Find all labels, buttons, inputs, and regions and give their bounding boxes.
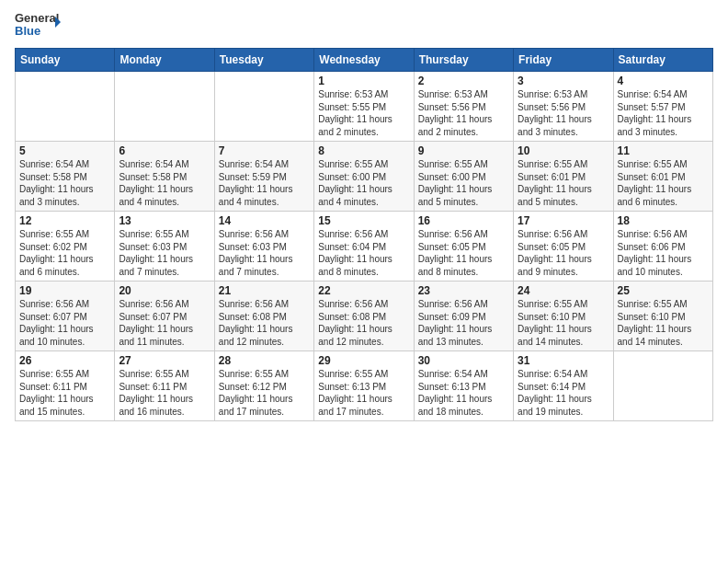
day-info: Sunrise: 6:55 AM Sunset: 6:10 PM Dayligh… [518, 298, 609, 348]
logo: General Blue [15, 9, 64, 42]
calendar-cell: 21Sunrise: 6:56 AM Sunset: 6:08 PM Dayli… [214, 282, 313, 351]
header: General Blue [15, 9, 713, 42]
day-info: Sunrise: 6:53 AM Sunset: 5:56 PM Dayligh… [418, 88, 509, 138]
day-info: Sunrise: 6:56 AM Sunset: 6:07 PM Dayligh… [19, 298, 110, 348]
calendar-cell: 8Sunrise: 6:55 AM Sunset: 6:00 PM Daylig… [314, 142, 414, 212]
day-number: 24 [518, 284, 609, 297]
day-number: 15 [318, 214, 409, 227]
calendar-table: SundayMondayTuesdayWednesdayThursdayFrid… [15, 48, 713, 421]
calendar-cell: 12Sunrise: 6:55 AM Sunset: 6:02 PM Dayli… [16, 212, 115, 282]
calendar-cell: 22Sunrise: 6:56 AM Sunset: 6:08 PM Dayli… [314, 282, 414, 351]
day-info: Sunrise: 6:55 AM Sunset: 6:11 PM Dayligh… [19, 368, 110, 418]
day-number: 27 [119, 354, 210, 367]
calendar-cell: 28Sunrise: 6:55 AM Sunset: 6:12 PM Dayli… [214, 351, 313, 421]
calendar-cell [214, 72, 313, 142]
calendar-cell [115, 72, 214, 142]
calendar-week-3: 12Sunrise: 6:55 AM Sunset: 6:02 PM Dayli… [16, 212, 713, 282]
day-number: 28 [219, 354, 310, 367]
day-number: 25 [618, 284, 709, 297]
calendar-cell: 18Sunrise: 6:56 AM Sunset: 6:06 PM Dayli… [613, 212, 712, 282]
day-number: 2 [418, 75, 509, 87]
day-number: 10 [518, 144, 609, 157]
day-info: Sunrise: 6:56 AM Sunset: 6:09 PM Dayligh… [418, 298, 509, 348]
generalblue-logo-svg: General Blue [15, 9, 61, 42]
calendar-cell: 26Sunrise: 6:55 AM Sunset: 6:11 PM Dayli… [16, 351, 115, 421]
svg-text:Blue: Blue [15, 24, 40, 38]
day-info: Sunrise: 6:55 AM Sunset: 6:01 PM Dayligh… [518, 158, 609, 208]
day-number: 3 [518, 75, 609, 87]
day-info: Sunrise: 6:55 AM Sunset: 6:03 PM Dayligh… [119, 228, 210, 278]
calendar-cell: 24Sunrise: 6:55 AM Sunset: 6:10 PM Dayli… [514, 282, 613, 351]
day-info: Sunrise: 6:54 AM Sunset: 5:57 PM Dayligh… [618, 88, 709, 138]
calendar-cell: 5Sunrise: 6:54 AM Sunset: 5:58 PM Daylig… [16, 142, 115, 212]
day-info: Sunrise: 6:56 AM Sunset: 6:07 PM Dayligh… [119, 298, 210, 348]
calendar-cell: 14Sunrise: 6:56 AM Sunset: 6:03 PM Dayli… [214, 212, 313, 282]
day-info: Sunrise: 6:54 AM Sunset: 5:59 PM Dayligh… [219, 158, 310, 208]
weekday-header-row: SundayMondayTuesdayWednesdayThursdayFrid… [16, 49, 713, 72]
day-number: 1 [318, 75, 409, 87]
day-number: 29 [318, 354, 409, 367]
day-info: Sunrise: 6:55 AM Sunset: 6:11 PM Dayligh… [119, 368, 210, 418]
day-number: 8 [318, 144, 409, 157]
calendar-cell: 25Sunrise: 6:55 AM Sunset: 6:10 PM Dayli… [613, 282, 712, 351]
calendar-cell: 10Sunrise: 6:55 AM Sunset: 6:01 PM Dayli… [514, 142, 613, 212]
calendar-cell: 6Sunrise: 6:54 AM Sunset: 5:58 PM Daylig… [115, 142, 214, 212]
calendar-week-1: 1Sunrise: 6:53 AM Sunset: 5:55 PM Daylig… [16, 72, 713, 142]
calendar-cell: 16Sunrise: 6:56 AM Sunset: 6:05 PM Dayli… [414, 212, 513, 282]
calendar-cell: 17Sunrise: 6:56 AM Sunset: 6:05 PM Dayli… [514, 212, 613, 282]
svg-text:General: General [15, 11, 59, 25]
day-info: Sunrise: 6:56 AM Sunset: 6:05 PM Dayligh… [518, 228, 609, 278]
day-number: 14 [219, 214, 310, 227]
day-info: Sunrise: 6:55 AM Sunset: 6:00 PM Dayligh… [318, 158, 409, 208]
day-number: 18 [618, 214, 709, 227]
calendar-cell: 19Sunrise: 6:56 AM Sunset: 6:07 PM Dayli… [16, 282, 115, 351]
day-info: Sunrise: 6:56 AM Sunset: 6:05 PM Dayligh… [418, 228, 509, 278]
day-info: Sunrise: 6:53 AM Sunset: 5:55 PM Dayligh… [318, 88, 409, 138]
day-info: Sunrise: 6:56 AM Sunset: 6:08 PM Dayligh… [318, 298, 409, 348]
calendar-week-5: 26Sunrise: 6:55 AM Sunset: 6:11 PM Dayli… [16, 351, 713, 421]
day-info: Sunrise: 6:54 AM Sunset: 6:14 PM Dayligh… [518, 368, 609, 418]
weekday-thursday: Thursday [414, 49, 513, 72]
day-number: 13 [119, 214, 210, 227]
day-number: 17 [518, 214, 609, 227]
day-number: 30 [418, 354, 509, 367]
day-number: 20 [119, 284, 210, 297]
calendar-week-2: 5Sunrise: 6:54 AM Sunset: 5:58 PM Daylig… [16, 142, 713, 212]
day-number: 19 [19, 284, 110, 297]
calendar-cell: 11Sunrise: 6:55 AM Sunset: 6:01 PM Dayli… [613, 142, 712, 212]
calendar-cell [613, 351, 712, 421]
weekday-friday: Friday [514, 49, 613, 72]
day-info: Sunrise: 6:54 AM Sunset: 6:13 PM Dayligh… [418, 368, 509, 418]
day-number: 11 [618, 144, 709, 157]
weekday-monday: Monday [115, 49, 214, 72]
calendar-cell: 27Sunrise: 6:55 AM Sunset: 6:11 PM Dayli… [115, 351, 214, 421]
calendar-cell: 30Sunrise: 6:54 AM Sunset: 6:13 PM Dayli… [414, 351, 513, 421]
calendar-cell: 4Sunrise: 6:54 AM Sunset: 5:57 PM Daylig… [613, 72, 712, 142]
day-number: 6 [119, 144, 210, 157]
calendar-cell: 31Sunrise: 6:54 AM Sunset: 6:14 PM Dayli… [514, 351, 613, 421]
calendar-cell: 3Sunrise: 6:53 AM Sunset: 5:56 PM Daylig… [514, 72, 613, 142]
day-info: Sunrise: 6:55 AM Sunset: 6:02 PM Dayligh… [19, 228, 110, 278]
day-number: 16 [418, 214, 509, 227]
calendar-cell [16, 72, 115, 142]
calendar-cell: 20Sunrise: 6:56 AM Sunset: 6:07 PM Dayli… [115, 282, 214, 351]
calendar-cell: 9Sunrise: 6:55 AM Sunset: 6:00 PM Daylig… [414, 142, 513, 212]
day-info: Sunrise: 6:56 AM Sunset: 6:04 PM Dayligh… [318, 228, 409, 278]
calendar-cell: 15Sunrise: 6:56 AM Sunset: 6:04 PM Dayli… [314, 212, 414, 282]
calendar-cell: 2Sunrise: 6:53 AM Sunset: 5:56 PM Daylig… [414, 72, 513, 142]
day-number: 7 [219, 144, 310, 157]
day-number: 4 [618, 75, 709, 87]
day-info: Sunrise: 6:55 AM Sunset: 6:10 PM Dayligh… [618, 298, 709, 348]
day-info: Sunrise: 6:54 AM Sunset: 5:58 PM Dayligh… [19, 158, 110, 208]
calendar-cell: 23Sunrise: 6:56 AM Sunset: 6:09 PM Dayli… [414, 282, 513, 351]
day-info: Sunrise: 6:55 AM Sunset: 6:01 PM Dayligh… [618, 158, 709, 208]
weekday-sunday: Sunday [16, 49, 115, 72]
day-number: 23 [418, 284, 509, 297]
day-number: 9 [418, 144, 509, 157]
page: General Blue SundayMondayTuesdayWednesda… [0, 0, 728, 563]
day-info: Sunrise: 6:56 AM Sunset: 6:06 PM Dayligh… [618, 228, 709, 278]
day-number: 21 [219, 284, 310, 297]
weekday-saturday: Saturday [613, 49, 712, 72]
day-info: Sunrise: 6:55 AM Sunset: 6:00 PM Dayligh… [418, 158, 509, 208]
day-number: 26 [19, 354, 110, 367]
